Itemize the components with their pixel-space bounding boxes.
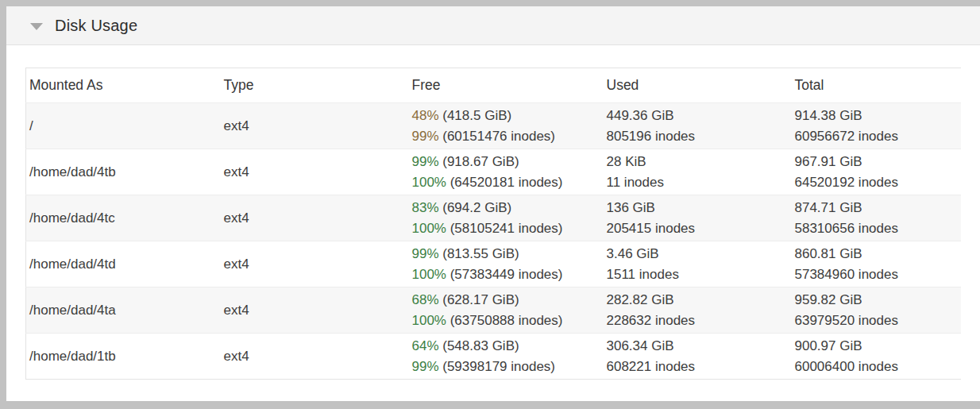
- used-space-value: 306.34 GiB: [607, 336, 792, 357]
- type-cell: ext4: [221, 195, 409, 241]
- column-header-mounted-as: Mounted As: [26, 68, 221, 103]
- used-inodes-value: 805196 inodes: [607, 126, 792, 147]
- type-cell: ext4: [221, 241, 409, 287]
- total-inodes-value: 57384960 inodes: [795, 264, 962, 285]
- free-inodes-detail: (64520181 inodes): [446, 175, 563, 190]
- free-space-percent: 48%: [412, 108, 439, 123]
- table-row: /home/dad/1tb ext4 64% (548.83 GiB) 99% …: [26, 334, 962, 380]
- free-inodes-detail: (59398179 inodes): [439, 359, 556, 374]
- table-header: Mounted As Type Free Used Total: [26, 68, 962, 103]
- disk-usage-panel: Disk Usage Mounted As Type Free Used Tot…: [6, 6, 980, 401]
- total-cell: 860.81 GiB 57384960 inodes: [792, 241, 962, 287]
- used-cell: 3.46 GiB 1511 inodes: [604, 241, 792, 287]
- used-inodes-value: 608221 inodes: [607, 357, 792, 377]
- total-inodes-value: 60006400 inodes: [795, 357, 962, 377]
- used-inodes-value: 228632 inodes: [607, 311, 792, 331]
- free-space-percent: 83%: [412, 200, 439, 215]
- column-header-total: Total: [792, 68, 962, 103]
- free-space-line: 48% (418.5 GiB): [412, 106, 604, 126]
- column-header-used: Used: [604, 68, 792, 103]
- free-inodes-percent: 100%: [412, 221, 446, 236]
- free-inodes-detail: (60151476 inodes): [439, 129, 556, 144]
- total-inodes-value: 64520192 inodes: [795, 172, 962, 193]
- used-space-value: 282.82 GiB: [607, 290, 792, 311]
- total-inodes-value: 60956672 inodes: [795, 126, 962, 147]
- type-cell: ext4: [221, 103, 409, 149]
- total-inodes-value: 58310656 inodes: [795, 218, 962, 239]
- type-cell: ext4: [221, 334, 409, 380]
- free-inodes-percent: 100%: [412, 175, 446, 190]
- used-cell: 449.36 GiB 805196 inodes: [604, 103, 792, 149]
- table-row: /home/dad/4td ext4 99% (813.55 GiB) 100%…: [26, 241, 962, 287]
- free-inodes-line: 100% (63750888 inodes): [412, 311, 604, 331]
- used-space-value: 28 KiB: [607, 152, 792, 172]
- table-row: / ext4 48% (418.5 GiB) 99% (60151476 ino…: [26, 103, 962, 149]
- used-space-value: 449.36 GiB: [607, 106, 792, 126]
- total-space-value: 874.71 GiB: [795, 198, 962, 218]
- used-space-value: 136 GiB: [607, 198, 792, 218]
- total-cell: 959.82 GiB 63979520 inodes: [792, 287, 962, 334]
- free-space-percent: 64%: [412, 338, 439, 353]
- free-space-percent: 68%: [412, 292, 439, 307]
- free-inodes-percent: 99%: [412, 129, 439, 144]
- mounted-as-cell: /: [26, 103, 221, 149]
- table-row: /home/dad/4tb ext4 99% (918.67 GiB) 100%…: [26, 149, 962, 195]
- free-space-line: 68% (628.17 GiB): [412, 290, 604, 311]
- used-inodes-value: 205415 inodes: [607, 218, 792, 239]
- free-inodes-detail: (58105241 inodes): [446, 221, 563, 236]
- table-row: /home/dad/4tc ext4 83% (694.2 GiB) 100% …: [26, 195, 962, 241]
- free-space-line: 64% (548.83 GiB): [412, 336, 604, 357]
- free-inodes-line: 100% (58105241 inodes): [412, 218, 604, 239]
- free-cell: 99% (813.55 GiB) 100% (57383449 inodes): [409, 241, 604, 287]
- free-space-detail: (628.17 GiB): [439, 292, 519, 307]
- used-cell: 282.82 GiB 228632 inodes: [604, 287, 792, 334]
- free-inodes-percent: 100%: [412, 313, 446, 328]
- mounted-as-cell: /home/dad/1tb: [26, 334, 221, 380]
- panel-body: Mounted As Type Free Used Total / ext4 4…: [6, 45, 961, 380]
- total-space-value: 900.97 GiB: [795, 336, 962, 357]
- panel-title: Disk Usage: [55, 17, 137, 35]
- free-cell: 68% (628.17 GiB) 100% (63750888 inodes): [409, 287, 604, 334]
- free-space-detail: (918.67 GiB): [439, 154, 519, 169]
- free-space-line: 99% (918.67 GiB): [412, 152, 604, 172]
- total-space-value: 967.91 GiB: [795, 152, 962, 172]
- panel-header[interactable]: Disk Usage: [6, 6, 980, 45]
- free-space-detail: (694.2 GiB): [439, 200, 512, 215]
- type-cell: ext4: [221, 287, 409, 334]
- free-inodes-line: 100% (57383449 inodes): [412, 264, 604, 285]
- free-cell: 99% (918.67 GiB) 100% (64520181 inodes): [409, 149, 604, 195]
- used-cell: 306.34 GiB 608221 inodes: [604, 334, 792, 380]
- free-space-detail: (418.5 GiB): [439, 108, 512, 123]
- free-cell: 48% (418.5 GiB) 99% (60151476 inodes): [409, 103, 604, 149]
- free-inodes-percent: 99%: [412, 359, 439, 374]
- mounted-as-cell: /home/dad/4ta: [26, 287, 221, 334]
- used-cell: 28 KiB 11 inodes: [604, 149, 792, 195]
- free-cell: 64% (548.83 GiB) 99% (59398179 inodes): [409, 334, 604, 380]
- free-space-line: 99% (813.55 GiB): [412, 244, 604, 264]
- mounted-as-cell: /home/dad/4tb: [26, 149, 221, 195]
- free-space-detail: (548.83 GiB): [439, 338, 519, 353]
- type-cell: ext4: [221, 149, 409, 195]
- total-inodes-value: 63979520 inodes: [795, 311, 962, 331]
- total-cell: 900.97 GiB 60006400 inodes: [792, 334, 962, 380]
- column-header-free: Free: [409, 68, 604, 103]
- total-space-value: 959.82 GiB: [795, 290, 962, 311]
- total-cell: 874.71 GiB 58310656 inodes: [792, 195, 962, 241]
- collapse-caret-icon[interactable]: [30, 23, 43, 30]
- free-inodes-percent: 100%: [412, 267, 446, 282]
- free-space-percent: 99%: [412, 246, 439, 261]
- free-space-percent: 99%: [412, 154, 439, 169]
- free-inodes-detail: (57383449 inodes): [446, 267, 563, 282]
- total-space-value: 914.38 GiB: [795, 106, 962, 126]
- used-space-value: 3.46 GiB: [607, 244, 792, 264]
- used-cell: 136 GiB 205415 inodes: [604, 195, 792, 241]
- free-space-detail: (813.55 GiB): [439, 246, 519, 261]
- free-cell: 83% (694.2 GiB) 100% (58105241 inodes): [409, 195, 604, 241]
- free-inodes-line: 100% (64520181 inodes): [412, 172, 604, 193]
- mounted-as-cell: /home/dad/4tc: [26, 195, 221, 241]
- total-space-value: 860.81 GiB: [795, 244, 962, 264]
- column-header-type: Type: [221, 68, 409, 103]
- free-inodes-detail: (63750888 inodes): [446, 313, 563, 328]
- disk-table-body: / ext4 48% (418.5 GiB) 99% (60151476 ino…: [26, 103, 962, 380]
- table-row: /home/dad/4ta ext4 68% (628.17 GiB) 100%…: [26, 287, 962, 334]
